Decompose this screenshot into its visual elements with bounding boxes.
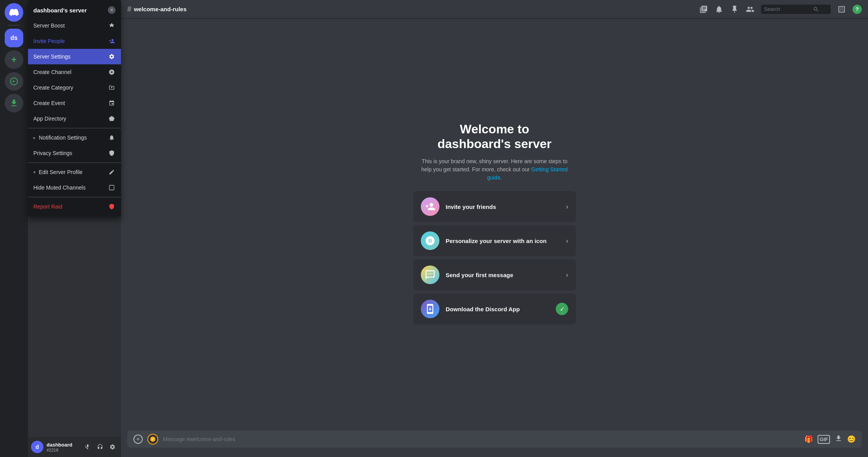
header-tools: ? [699, 5, 862, 14]
avatar-label: d [36, 444, 39, 450]
svg-point-3 [153, 438, 154, 439]
pins-icon[interactable] [730, 5, 739, 14]
context-menu-item-server-boost[interactable]: Server Boost [28, 18, 121, 33]
welcome-subtitle: This is your brand new, shiny server. He… [417, 157, 572, 182]
svg-point-1 [150, 436, 155, 441]
send-message-arrow-icon: › [566, 271, 568, 279]
send-message-card-label: Send your first message [446, 272, 560, 278]
invite-people-label: Invite People [33, 38, 65, 44]
user-controls [82, 441, 118, 452]
svg-point-2 [152, 438, 152, 439]
user-settings-button[interactable] [107, 441, 118, 452]
svg-rect-0 [109, 185, 114, 190]
inbox-icon[interactable] [837, 5, 846, 14]
message-right-icons: 🎁 GIF 😊 [804, 435, 856, 444]
action-card-download-app[interactable]: Download the Discord App ✓ [413, 293, 576, 324]
username: dashboard [47, 442, 79, 448]
channel-name-label: welcome-and-rules [134, 6, 187, 12]
discord-icon[interactable] [5, 3, 23, 22]
create-channel-icon [108, 68, 116, 76]
report-raid-icon [108, 203, 116, 210]
search-input[interactable] [764, 6, 811, 12]
download-app-check-icon: ✓ [556, 303, 568, 315]
search-icon [813, 6, 819, 12]
send-message-card-icon [421, 266, 439, 284]
message-add-button[interactable]: + [133, 435, 143, 444]
context-menu-close-button[interactable]: ✕ [108, 6, 116, 14]
server-boost-label: Server Boost [33, 22, 65, 29]
context-menu-item-server-settings[interactable]: Server Settings [28, 49, 121, 64]
deafen-button[interactable] [95, 441, 105, 452]
message-input-area: + 🎁 GIF 😊 [121, 431, 868, 457]
channel-header: # welcome-and-rules ? [121, 0, 868, 19]
welcome-subtitle-end: . [500, 174, 502, 181]
action-card-send-message[interactable]: Send your first message › [413, 259, 576, 290]
user-discriminator: #2216 [47, 448, 79, 452]
message-input-box: + 🎁 GIF 😊 [127, 431, 862, 448]
download-app-card-icon [421, 300, 439, 318]
create-event-label: Create Event [33, 100, 65, 106]
context-menu-title: dashboard's server [33, 7, 87, 14]
message-emoji-indicator [147, 434, 158, 445]
context-menu-item-create-event[interactable]: Create Event [28, 95, 121, 111]
download-app-card-label: Download the Discord App [446, 306, 550, 312]
personalize-icon-card-label: Personalize your server with an icon [446, 238, 560, 244]
edit-server-profile-icon [108, 168, 116, 176]
separator-3 [28, 197, 121, 197]
create-event-icon [108, 99, 116, 107]
threads-icon[interactable] [699, 5, 708, 14]
personalize-icon-card-icon [421, 231, 439, 250]
invite-friends-card-icon [421, 197, 439, 216]
create-category-label: Create Category [33, 85, 73, 91]
welcome-title-line2: dashboard's server [437, 137, 552, 151]
hide-muted-channels-icon [108, 184, 116, 191]
invite-people-icon [108, 37, 116, 45]
context-menu-item-edit-server-profile[interactable]: ▾ Edit Server Profile [28, 164, 121, 180]
action-card-invite-friends[interactable]: Invite your friends › [413, 191, 576, 222]
gift-icon[interactable]: 🎁 [804, 435, 813, 443]
members-icon[interactable] [745, 5, 755, 14]
separator-2 [28, 162, 121, 163]
context-menu-item-privacy-settings[interactable]: Privacy Settings [28, 145, 121, 161]
invite-friends-card-label: Invite your friends [446, 203, 560, 210]
hide-muted-channels-label: Hide Muted Channels [33, 185, 86, 191]
welcome-title-line1: Welcome to [460, 122, 529, 136]
mute-button[interactable] [82, 441, 93, 452]
message-input[interactable] [163, 436, 800, 442]
server-sidebar: ds + [0, 0, 28, 457]
context-menu-item-notification-settings[interactable]: ▸ Notification Settings [28, 130, 121, 145]
context-menu: dashboard's server ✕ Server Boost Invite… [28, 0, 121, 217]
ds-server-icon[interactable]: ds [5, 29, 23, 47]
action-card-personalize-icon[interactable]: Personalize your server with an icon › [413, 225, 576, 256]
context-menu-item-create-channel[interactable]: Create Channel [28, 64, 121, 80]
privacy-settings-icon [108, 149, 116, 157]
gif-icon[interactable]: GIF [818, 435, 830, 444]
search-bar[interactable] [761, 5, 831, 14]
add-icon: + [11, 54, 17, 65]
context-menu-item-hide-muted-channels[interactable]: Hide Muted Channels [28, 180, 121, 195]
user-info: dashboard #2216 [47, 442, 79, 452]
edit-server-profile-label: Edit Server Profile [39, 169, 83, 175]
server-settings-icon [108, 53, 116, 60]
channel-header-name: # welcome-and-rules [127, 5, 187, 14]
context-menu-item-invite-people[interactable]: Invite People [28, 33, 121, 49]
separator-1 [28, 128, 121, 128]
server-boost-icon [108, 22, 116, 29]
explore-icon[interactable] [5, 72, 23, 91]
context-menu-item-app-directory[interactable]: App Directory [28, 111, 121, 126]
upload-icon[interactable] [835, 435, 842, 444]
create-category-icon [108, 84, 116, 91]
create-channel-label: Create Channel [33, 69, 71, 75]
server-settings-label: Server Settings [33, 53, 71, 60]
close-icon: ✕ [110, 7, 114, 13]
download-icon[interactable] [5, 94, 23, 112]
emoji-icon[interactable]: 😊 [847, 435, 856, 443]
add-server-icon[interactable]: + [5, 50, 23, 69]
help-icon[interactable]: ? [852, 5, 862, 14]
notifications-icon[interactable] [714, 5, 724, 14]
collapse-arrow: ▾ [33, 170, 36, 175]
context-menu-item-report-raid[interactable]: Report Raid [28, 199, 121, 214]
welcome-area: Welcome to dashboard's server This is yo… [121, 19, 868, 431]
notification-settings-icon [108, 134, 116, 141]
context-menu-item-create-category[interactable]: Create Category [28, 80, 121, 95]
